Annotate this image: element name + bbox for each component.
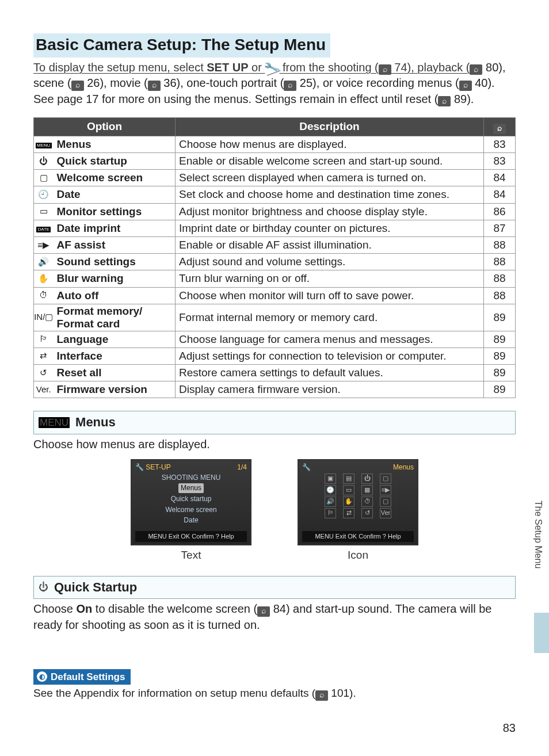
option-icon: 🏳: [34, 331, 54, 348]
option-name: Auto off: [54, 287, 176, 304]
section-quick-startup: ⏻ Quick Startup: [33, 576, 516, 599]
option-page: 89: [484, 304, 516, 331]
option-description: Adjust settings for connection to televi…: [175, 348, 483, 364]
col-option: Option: [34, 118, 176, 136]
page-ref-icon: [148, 81, 161, 91]
option-name: Welcome screen: [54, 170, 176, 186]
option-page: 84: [484, 186, 516, 203]
options-table: Option Description MENUMenusChoose how m…: [33, 117, 516, 398]
option-description: Set clock and choose home and destinatio…: [175, 186, 483, 203]
page-ref-icon: [71, 81, 84, 91]
table-row: IN/▢Format memory/ Format cardFormat int…: [34, 304, 516, 331]
option-icon: 🔊: [34, 254, 54, 270]
option-icon: ⇄: [34, 348, 54, 364]
option-name: Sound settings: [54, 254, 176, 270]
page-number: 83: [503, 720, 516, 736]
page-ref-icon: [470, 64, 482, 75]
table-row: 🕘DateSet clock and choose home and desti…: [34, 186, 516, 203]
option-name: Blur warning: [54, 270, 176, 287]
option-name: Format memory/ Format card: [54, 304, 176, 331]
option-name: Menus: [54, 136, 176, 152]
table-row: ✋Blur warningTurn blur warning on or off…: [34, 270, 516, 287]
col-page: [484, 118, 516, 136]
option-description: Turn blur warning on or off.: [175, 270, 483, 287]
option-name: AF assist: [54, 236, 176, 253]
side-tab-block: [534, 613, 549, 653]
table-row: 🔊Sound settingsAdjust sound and volume s…: [34, 254, 516, 270]
default-settings-note: ◐ Default Settings See the Appendix for …: [33, 667, 516, 701]
option-page: 89: [484, 348, 516, 364]
option-icon: DATE: [34, 220, 54, 236]
lcd-text-mode: 🔧 SET-UP1/4 SHOOTING MENU Menus Quick st…: [131, 459, 251, 545]
option-icon: 🕘: [34, 186, 54, 203]
intro-text: To display the setup menu, select: [33, 61, 207, 74]
option-name: Date: [54, 186, 176, 203]
option-page: 83: [484, 152, 516, 169]
option-page: 87: [484, 220, 516, 236]
page-ref-icon: [493, 124, 506, 134]
option-icon: ⏻: [34, 152, 54, 169]
page-ref-icon: [438, 96, 451, 106]
page-ref-icon: [284, 81, 296, 91]
option-description: Choose when monitor will turn off to sav…: [175, 287, 483, 304]
option-description: Display camera firmware version.: [175, 381, 483, 398]
option-icon: ⏱: [34, 287, 54, 304]
table-row: MENUMenusChoose how menus are displayed.…: [34, 136, 516, 152]
option-page: 88: [484, 236, 516, 253]
table-row: ⇄InterfaceAdjust settings for connection…: [34, 348, 516, 364]
option-description: Enable or disable AF assist illumination…: [175, 236, 483, 253]
page-ref-icon: [257, 606, 270, 617]
table-row: ⏻Quick startupEnable or disable welcome …: [34, 152, 516, 169]
caption-text: Text: [131, 548, 251, 563]
option-name: Interface: [54, 348, 176, 364]
option-page: 89: [484, 364, 516, 381]
page-ref-icon: [315, 690, 328, 701]
table-row: ≡▶AF assistEnable or disable AF assist i…: [34, 236, 516, 253]
option-icon: Ver.: [34, 381, 54, 398]
table-row: DATEDate imprintImprint date or birthday…: [34, 220, 516, 236]
option-name: Quick startup: [54, 152, 176, 169]
page-title: Basic Camera Setup: The Setup Menu: [33, 33, 330, 58]
section-menus: MENU Menus: [33, 411, 516, 434]
menus-screenshots: 🔧 SET-UP1/4 SHOOTING MENU Menus Quick st…: [33, 459, 516, 563]
option-page: 84: [484, 170, 516, 186]
option-description: Restore camera settings to default value…: [175, 364, 483, 381]
page-title-text: Basic Camera Setup: The Setup Menu: [36, 34, 326, 56]
section-heading: Quick Startup: [54, 579, 137, 596]
table-row: Ver.Firmware versionDisplay camera firmw…: [34, 381, 516, 398]
table-row: ▭Monitor settingsAdjust monitor brightne…: [34, 203, 516, 220]
table-row: ▢Welcome screenSelect screen displayed w…: [34, 170, 516, 186]
option-name: Monitor settings: [54, 203, 176, 220]
option-page: 89: [484, 331, 516, 348]
option-icon: ▢: [34, 170, 54, 186]
power-icon: ⏻: [39, 581, 48, 594]
option-page: 88: [484, 270, 516, 287]
option-name: Firmware version: [54, 381, 176, 398]
option-description: Imprint date or birthday counter on pict…: [175, 220, 483, 236]
option-description: Select screen displayed when camera is t…: [175, 170, 483, 186]
option-page: 88: [484, 287, 516, 304]
option-description: Choose how menus are displayed.: [175, 136, 483, 152]
option-icon: ≡▶: [34, 236, 54, 253]
option-name: Reset all: [54, 364, 176, 381]
table-row: 🏳LanguageChoose language for camera menu…: [34, 331, 516, 348]
option-page: 88: [484, 254, 516, 270]
intro-setup: SET UP: [207, 61, 248, 74]
option-icon: ↺: [34, 364, 54, 381]
col-description: Description: [175, 118, 483, 136]
option-description: Choose language for camera menus and mes…: [175, 331, 483, 348]
option-page: 86: [484, 203, 516, 220]
table-row: ⏱Auto offChoose when monitor will turn o…: [34, 287, 516, 304]
option-description: Format internal memory or memory card.: [175, 304, 483, 331]
page-ref-icon: [379, 64, 391, 75]
option-page: 83: [484, 136, 516, 152]
info-heading: Default Settings: [51, 670, 125, 684]
option-icon: IN/▢: [34, 304, 54, 331]
option-name: Language: [54, 331, 176, 348]
side-tab-label: The Setup Menu: [532, 501, 544, 568]
table-row: ↺Reset allRestore camera settings to def…: [34, 364, 516, 381]
option-description: Enable or disable welcome screen and sta…: [175, 152, 483, 169]
section-heading: Menus: [75, 414, 116, 431]
caption-icon: Icon: [298, 548, 418, 563]
option-icon: ▭: [34, 203, 54, 220]
